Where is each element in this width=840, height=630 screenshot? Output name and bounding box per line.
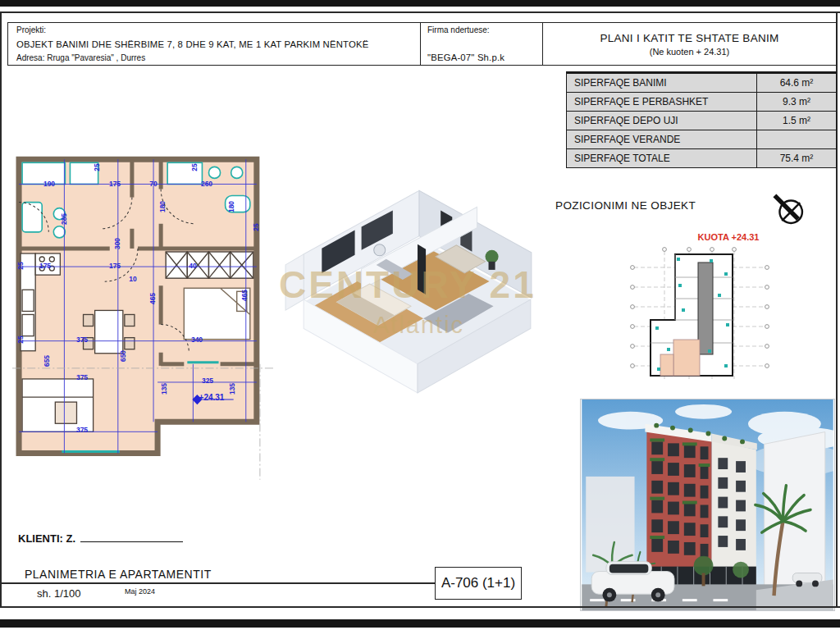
client-blank-line <box>80 532 183 542</box>
area-label: SIPERFAQE E PERBASHKET <box>567 93 757 111</box>
area-label: SIPERFAQE DEPO UJI <box>567 112 757 130</box>
dimension-label: 465 <box>149 293 157 304</box>
building-position-plan <box>628 244 771 382</box>
project-info-box: Projekti: OBJEKT BANIMI DHE SHËRBIME 7, … <box>7 22 420 66</box>
kuota-label: KUOTA +24.31 <box>679 232 778 242</box>
plan-title-box: PLANI I KATIT TE SHTATE BANIM (Ne kuoten… <box>543 22 837 66</box>
table-row: SIPERFAQE BANIMI 64.6 m² <box>567 74 836 92</box>
footer-divider-left <box>0 582 435 584</box>
dimension-label: 10 <box>129 276 136 283</box>
dimension-label: 25 <box>17 262 25 269</box>
dimension-label: 325 <box>202 377 213 385</box>
area-label: SIPERFAQE VERANDE <box>567 130 757 148</box>
table-row: SIPERFAQE VERANDE <box>567 130 836 148</box>
area-value: 9.3 m² <box>757 93 836 111</box>
project-title: OBJEKT BANIMI DHE SHËRBIME 7, 8 DHE 9 KA… <box>16 39 412 49</box>
north-arrow-icon <box>771 192 807 228</box>
plan-subtitle: (Ne kuoten + 24.31) <box>650 47 730 57</box>
date-label: Maj 2024 <box>125 587 155 596</box>
scale-label: sh. 1/100 <box>37 587 81 600</box>
project-label: Projekti: <box>16 25 412 34</box>
dimension-label: 135 <box>229 383 236 395</box>
client-label: KLIENTI: Z. <box>18 532 75 545</box>
apartment-3d-render <box>279 158 551 405</box>
dimension-label: 650 <box>120 350 127 362</box>
floor-plan-drawing <box>12 149 276 492</box>
firm-label: Firma ndertuese: <box>427 25 536 34</box>
dimension-label: 175 <box>109 180 121 188</box>
area-value: 1.5 m² <box>757 112 836 130</box>
area-value: 75.4 m² <box>757 149 836 167</box>
dimension-label: 655 <box>43 355 51 367</box>
footer-divider-full <box>0 606 840 608</box>
3d-render-drawing <box>279 158 551 405</box>
dimension-label: 175 <box>109 262 121 270</box>
dimension-label: 300 <box>114 238 121 249</box>
dimension-label: 465 <box>241 290 249 301</box>
position-section-title: POZICIONIMI NE OBJEKT <box>555 199 696 212</box>
dimension-label: 375 <box>76 336 88 344</box>
firm-box: Firma ndertuese: "BEGA-07" Sh.p.k <box>420 22 543 66</box>
dimension-label: 135 <box>161 383 168 395</box>
top-frame-line <box>0 11 840 13</box>
dimension-label: 25 <box>253 223 260 231</box>
top-border-bar <box>0 0 840 7</box>
dimension-label: 375 <box>76 427 88 434</box>
dimension-label: 25 <box>94 163 101 171</box>
project-address: Adresa: Rruga "Pavaresia" , Durres <box>16 53 412 62</box>
dimension-label: 25 <box>17 336 25 343</box>
table-row: SIPERFAQE TOTALE 75.4 m² <box>567 148 836 167</box>
area-value <box>757 130 836 148</box>
dimension-label: 180 <box>159 201 167 212</box>
apartment-code-box: A-706 (1+1) <box>435 567 522 600</box>
dimension-label: 340 <box>191 336 203 344</box>
dimension-label: 190 <box>43 180 55 188</box>
area-table: SIPERFAQE BANIMI 64.6 m² SIPERFAQE E PER… <box>566 71 837 168</box>
area-label: SIPERFAQE BANIMI <box>567 74 757 92</box>
table-row: SIPERFAQE DEPO UJI 1.5 m² <box>567 111 836 130</box>
apartment-floor-plan: 1901757026025252853001801802517517540104… <box>12 149 276 492</box>
bottom-border-bar <box>0 619 840 628</box>
left-frame-line <box>0 11 2 607</box>
title-block-header: Projekti: OBJEKT BANIMI DHE SHËRBIME 7, … <box>7 22 837 66</box>
drawing-sheet: Projekti: OBJEKT BANIMI DHE SHËRBIME 7, … <box>0 0 840 630</box>
dimension-label: 180 <box>228 201 235 212</box>
area-value: 64.6 m² <box>757 74 836 92</box>
firm-name: "BEGA-07" Sh.p.k <box>427 52 536 62</box>
area-label: SIPERFAQE TOTALE <box>567 149 757 167</box>
dimension-label: 375 <box>76 374 88 381</box>
dimension-label: 25 <box>191 163 199 171</box>
plan-title: PLANI I KATIT TE SHTATE BANIM <box>600 32 778 44</box>
drawing-title: PLANIMETRIA E APARTAMENTIT <box>25 568 212 581</box>
dimension-label: 40 <box>189 262 196 270</box>
client-line: KLIENTI: Z. <box>18 532 183 545</box>
dimension-label: 175 <box>39 262 51 270</box>
dimension-label: 70 <box>149 180 157 188</box>
dimension-label: +24.31 <box>199 394 225 402</box>
table-row: SIPERFAQE E PERBASHKET 9.3 m² <box>567 92 836 111</box>
dimension-label: 260 <box>201 180 212 188</box>
dimension-label: 285 <box>61 213 68 225</box>
building-render-photo <box>580 399 835 611</box>
